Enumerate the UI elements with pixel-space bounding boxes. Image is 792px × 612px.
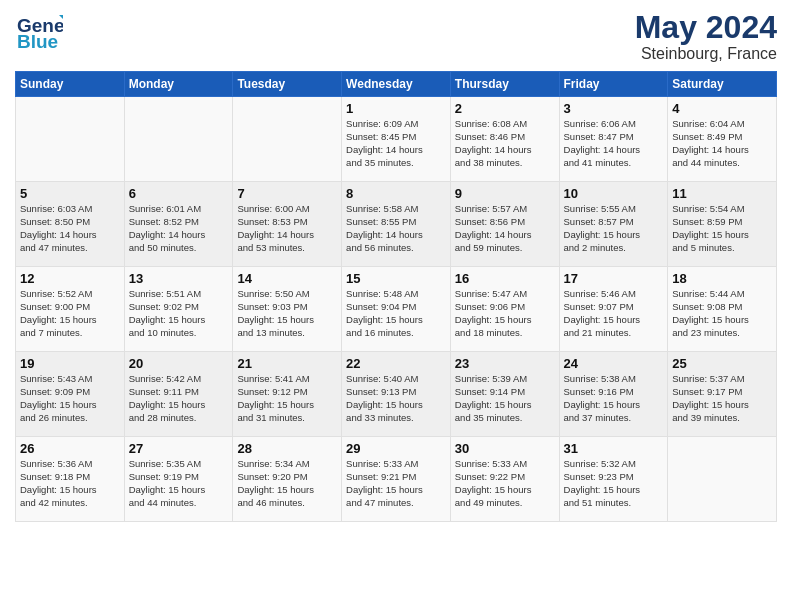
calendar-cell [668, 437, 777, 522]
day-info: Sunrise: 6:09 AMSunset: 8:45 PMDaylight:… [346, 118, 446, 169]
calendar-cell: 29Sunrise: 5:33 AMSunset: 9:21 PMDayligh… [342, 437, 451, 522]
day-number: 16 [455, 271, 555, 286]
day-number: 12 [20, 271, 120, 286]
calendar-cell: 21Sunrise: 5:41 AMSunset: 9:12 PMDayligh… [233, 352, 342, 437]
col-thursday: Thursday [450, 72, 559, 97]
day-info: Sunrise: 5:47 AMSunset: 9:06 PMDaylight:… [455, 288, 555, 339]
col-wednesday: Wednesday [342, 72, 451, 97]
day-info: Sunrise: 5:58 AMSunset: 8:55 PMDaylight:… [346, 203, 446, 254]
day-number: 19 [20, 356, 120, 371]
day-number: 22 [346, 356, 446, 371]
calendar-cell: 25Sunrise: 5:37 AMSunset: 9:17 PMDayligh… [668, 352, 777, 437]
calendar-cell: 28Sunrise: 5:34 AMSunset: 9:20 PMDayligh… [233, 437, 342, 522]
day-info: Sunrise: 5:57 AMSunset: 8:56 PMDaylight:… [455, 203, 555, 254]
day-info: Sunrise: 6:01 AMSunset: 8:52 PMDaylight:… [129, 203, 229, 254]
day-info: Sunrise: 5:54 AMSunset: 8:59 PMDaylight:… [672, 203, 772, 254]
day-info: Sunrise: 6:06 AMSunset: 8:47 PMDaylight:… [564, 118, 664, 169]
day-number: 14 [237, 271, 337, 286]
calendar-week-row: 26Sunrise: 5:36 AMSunset: 9:18 PMDayligh… [16, 437, 777, 522]
page-container: General Blue May 2024 Steinbourg, France… [0, 0, 792, 532]
col-friday: Friday [559, 72, 668, 97]
col-saturday: Saturday [668, 72, 777, 97]
day-info: Sunrise: 5:51 AMSunset: 9:02 PMDaylight:… [129, 288, 229, 339]
day-info: Sunrise: 5:46 AMSunset: 9:07 PMDaylight:… [564, 288, 664, 339]
calendar-cell: 7Sunrise: 6:00 AMSunset: 8:53 PMDaylight… [233, 182, 342, 267]
calendar-cell: 18Sunrise: 5:44 AMSunset: 9:08 PMDayligh… [668, 267, 777, 352]
calendar-cell: 4Sunrise: 6:04 AMSunset: 8:49 PMDaylight… [668, 97, 777, 182]
day-info: Sunrise: 5:33 AMSunset: 9:21 PMDaylight:… [346, 458, 446, 509]
day-number: 18 [672, 271, 772, 286]
day-number: 3 [564, 101, 664, 116]
calendar-cell: 6Sunrise: 6:01 AMSunset: 8:52 PMDaylight… [124, 182, 233, 267]
day-number: 24 [564, 356, 664, 371]
day-info: Sunrise: 5:43 AMSunset: 9:09 PMDaylight:… [20, 373, 120, 424]
month-title: May 2024 [635, 10, 777, 45]
day-number: 21 [237, 356, 337, 371]
day-number: 23 [455, 356, 555, 371]
calendar-cell [124, 97, 233, 182]
calendar-cell: 14Sunrise: 5:50 AMSunset: 9:03 PMDayligh… [233, 267, 342, 352]
day-number: 2 [455, 101, 555, 116]
header-row: Sunday Monday Tuesday Wednesday Thursday… [16, 72, 777, 97]
day-number: 11 [672, 186, 772, 201]
day-number: 10 [564, 186, 664, 201]
day-info: Sunrise: 5:40 AMSunset: 9:13 PMDaylight:… [346, 373, 446, 424]
day-number: 30 [455, 441, 555, 456]
calendar-week-row: 1Sunrise: 6:09 AMSunset: 8:45 PMDaylight… [16, 97, 777, 182]
calendar-cell: 16Sunrise: 5:47 AMSunset: 9:06 PMDayligh… [450, 267, 559, 352]
calendar-cell: 27Sunrise: 5:35 AMSunset: 9:19 PMDayligh… [124, 437, 233, 522]
day-info: Sunrise: 6:08 AMSunset: 8:46 PMDaylight:… [455, 118, 555, 169]
day-info: Sunrise: 5:48 AMSunset: 9:04 PMDaylight:… [346, 288, 446, 339]
day-number: 1 [346, 101, 446, 116]
day-number: 17 [564, 271, 664, 286]
calendar-cell: 22Sunrise: 5:40 AMSunset: 9:13 PMDayligh… [342, 352, 451, 437]
day-number: 4 [672, 101, 772, 116]
day-number: 28 [237, 441, 337, 456]
calendar-cell: 17Sunrise: 5:46 AMSunset: 9:07 PMDayligh… [559, 267, 668, 352]
calendar-week-row: 5Sunrise: 6:03 AMSunset: 8:50 PMDaylight… [16, 182, 777, 267]
day-info: Sunrise: 5:55 AMSunset: 8:57 PMDaylight:… [564, 203, 664, 254]
day-info: Sunrise: 5:33 AMSunset: 9:22 PMDaylight:… [455, 458, 555, 509]
day-number: 26 [20, 441, 120, 456]
day-info: Sunrise: 5:52 AMSunset: 9:00 PMDaylight:… [20, 288, 120, 339]
calendar-cell: 26Sunrise: 5:36 AMSunset: 9:18 PMDayligh… [16, 437, 125, 522]
day-info: Sunrise: 5:37 AMSunset: 9:17 PMDaylight:… [672, 373, 772, 424]
day-info: Sunrise: 6:00 AMSunset: 8:53 PMDaylight:… [237, 203, 337, 254]
calendar-table: Sunday Monday Tuesday Wednesday Thursday… [15, 71, 777, 522]
calendar-cell [233, 97, 342, 182]
day-number: 27 [129, 441, 229, 456]
calendar-cell: 23Sunrise: 5:39 AMSunset: 9:14 PMDayligh… [450, 352, 559, 437]
svg-text:Blue: Blue [17, 31, 58, 52]
calendar-cell: 10Sunrise: 5:55 AMSunset: 8:57 PMDayligh… [559, 182, 668, 267]
calendar-cell: 8Sunrise: 5:58 AMSunset: 8:55 PMDaylight… [342, 182, 451, 267]
day-info: Sunrise: 6:04 AMSunset: 8:49 PMDaylight:… [672, 118, 772, 169]
calendar-cell: 13Sunrise: 5:51 AMSunset: 9:02 PMDayligh… [124, 267, 233, 352]
calendar-week-row: 12Sunrise: 5:52 AMSunset: 9:00 PMDayligh… [16, 267, 777, 352]
day-info: Sunrise: 5:38 AMSunset: 9:16 PMDaylight:… [564, 373, 664, 424]
calendar-week-row: 19Sunrise: 5:43 AMSunset: 9:09 PMDayligh… [16, 352, 777, 437]
calendar-cell: 19Sunrise: 5:43 AMSunset: 9:09 PMDayligh… [16, 352, 125, 437]
day-number: 7 [237, 186, 337, 201]
calendar-cell: 30Sunrise: 5:33 AMSunset: 9:22 PMDayligh… [450, 437, 559, 522]
calendar-cell: 24Sunrise: 5:38 AMSunset: 9:16 PMDayligh… [559, 352, 668, 437]
calendar-cell: 3Sunrise: 6:06 AMSunset: 8:47 PMDaylight… [559, 97, 668, 182]
title-block: May 2024 Steinbourg, France [635, 10, 777, 63]
day-info: Sunrise: 5:44 AMSunset: 9:08 PMDaylight:… [672, 288, 772, 339]
calendar-cell: 11Sunrise: 5:54 AMSunset: 8:59 PMDayligh… [668, 182, 777, 267]
logo: General Blue [15, 10, 63, 52]
general-blue-logo-icon: General Blue [15, 10, 63, 52]
calendar-cell [16, 97, 125, 182]
day-number: 8 [346, 186, 446, 201]
day-number: 31 [564, 441, 664, 456]
col-sunday: Sunday [16, 72, 125, 97]
day-number: 6 [129, 186, 229, 201]
day-number: 20 [129, 356, 229, 371]
day-number: 5 [20, 186, 120, 201]
day-number: 25 [672, 356, 772, 371]
day-number: 29 [346, 441, 446, 456]
calendar-cell: 20Sunrise: 5:42 AMSunset: 9:11 PMDayligh… [124, 352, 233, 437]
day-number: 9 [455, 186, 555, 201]
calendar-cell: 31Sunrise: 5:32 AMSunset: 9:23 PMDayligh… [559, 437, 668, 522]
calendar-cell: 15Sunrise: 5:48 AMSunset: 9:04 PMDayligh… [342, 267, 451, 352]
calendar-header: Sunday Monday Tuesday Wednesday Thursday… [16, 72, 777, 97]
